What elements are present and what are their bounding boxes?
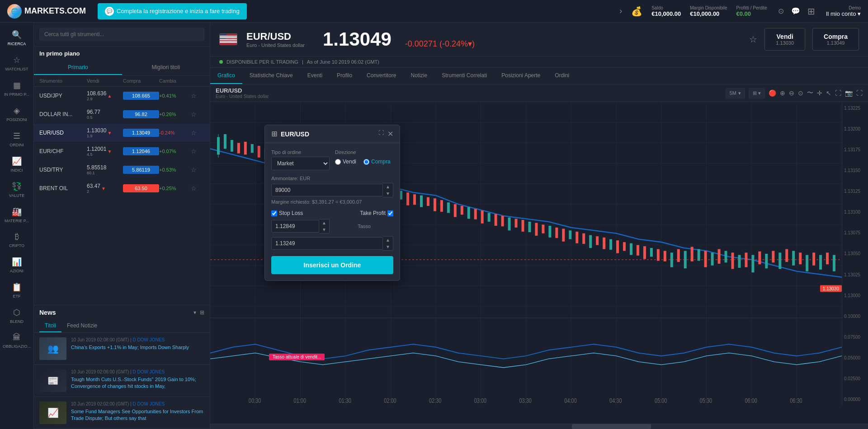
take-profit-input[interactable] — [271, 237, 383, 250]
amount-input[interactable] — [271, 184, 383, 196]
zoom-in-icon[interactable]: ⊕ — [780, 89, 785, 97]
buy-button[interactable]: Compra 1.13049 — [812, 28, 859, 51]
favorite-icon[interactable]: ☆ — [191, 111, 204, 118]
svg-rect-99 — [718, 249, 721, 264]
chart-tab-profilo[interactable]: Profilo — [330, 68, 359, 84]
svg-text:04:00: 04:00 — [564, 397, 576, 404]
tipo-select[interactable]: Market — [271, 157, 330, 170]
bars-icon[interactable]: ⊞ — [807, 6, 815, 17]
sidebar-item-materie[interactable]: 🏭 MATERIE P... — [1, 203, 33, 227]
svg-rect-92 — [670, 252, 673, 267]
news-tab-feed[interactable]: Feed Notizie — [61, 320, 103, 332]
scrollbar-thumb[interactable] — [572, 424, 651, 429]
amount-section: Ammontare: EUR ▲ ▼ Margine richiesto: $3… — [271, 176, 393, 205]
radio-vendi-label[interactable]: Vendi — [335, 159, 356, 165]
indicator-icon[interactable]: 🔴 — [769, 89, 776, 97]
chart-scrollbar[interactable] — [210, 424, 868, 429]
svg-text:04:30: 04:30 — [609, 397, 622, 404]
chart-tab-notizie[interactable]: Notizie — [403, 68, 434, 84]
stop-loss-input[interactable] — [271, 220, 319, 233]
sidebar-item-cripto[interactable]: ₿ CRIPTO — [1, 228, 33, 252]
svg-rect-64 — [481, 210, 484, 223]
search-input[interactable] — [39, 28, 204, 41]
tp-down-button[interactable]: ▼ — [383, 243, 393, 250]
chart-tabs: Grafico Statistiche Chiave Eventi Profil… — [210, 68, 868, 84]
sidebar-item-ordini[interactable]: ☰ ORDINI — [1, 127, 33, 151]
svg-rect-100 — [725, 251, 727, 263]
take-profit-checkbox[interactable] — [387, 210, 393, 216]
camera-icon[interactable]: 📷 — [845, 89, 853, 97]
news-header[interactable]: News ▾ ⊞ — [34, 305, 210, 320]
favorite-icon[interactable]: ☆ — [191, 148, 204, 155]
svg-rect-76 — [562, 228, 565, 241]
chart-tab-strumenti-correlati[interactable]: Strumenti Correlati — [434, 68, 494, 84]
news-tab-titoli[interactable]: Titoli — [39, 320, 61, 332]
insert-order-button[interactable]: Inserisci un Ordine — [271, 256, 393, 274]
modal-close-icon[interactable]: ✕ — [387, 130, 393, 138]
favorite-star-icon[interactable]: ☆ — [749, 34, 757, 45]
news-item[interactable]: 📈 10 Jun 2019 02:02:00 (GMT) | D DOW JON… — [34, 397, 210, 429]
chart-tab-grafico[interactable]: Grafico — [210, 68, 242, 84]
sidebar-item-blend[interactable]: ⬡ BLEND — [1, 304, 33, 327]
svg-rect-63 — [474, 209, 477, 219]
cursor-icon[interactable]: ↖ — [826, 89, 831, 97]
tab-best[interactable]: Migliori titoli — [122, 61, 210, 75]
resize-icon[interactable]: ⛶ — [835, 89, 841, 97]
table-row[interactable]: DOLLAR IN... 96.77 0.5 96.82 +0.26% ☆ — [34, 105, 210, 124]
sl-up-button[interactable]: ▲ — [319, 219, 329, 226]
sidebar-item-azioni[interactable]: 📊 AZIONI — [1, 253, 33, 277]
sidebar-item-watchlist[interactable]: ☆ WATCHLIST — [1, 51, 33, 75]
svg-rect-61 — [461, 206, 463, 214]
svg-rect-54 — [413, 194, 416, 205]
sidebar-item-obbligazioni[interactable]: 🏛 OBBLIGAZIO... — [1, 329, 33, 352]
table-row[interactable]: USD/JPY 108.636 2.9 ▲ 108.665 +0.41% ☆ — [34, 87, 210, 105]
spinner-down-button[interactable]: ▼ — [383, 190, 393, 197]
chart-tab-convertitore[interactable]: Convertitore — [359, 68, 403, 84]
register-button[interactable]: 💬 Completa la registrazione e inizia a f… — [98, 3, 247, 19]
radio-compra-input[interactable] — [363, 159, 369, 165]
chart-tab-posizioni-aperte[interactable]: Posizioni Aperte — [494, 68, 547, 84]
expand-icon[interactable]: › — [619, 6, 622, 16]
demo-account[interactable]: Il mio conto ▾ — [826, 10, 861, 17]
sidebar-item-in-primo-piano[interactable]: ▦ IN PRIMO P... — [1, 77, 33, 100]
favorite-icon[interactable]: ☆ — [191, 92, 204, 99]
favorite-icon[interactable]: ☆ — [191, 185, 204, 192]
favorite-icon[interactable]: ☆ — [191, 166, 204, 173]
stop-loss-checkbox[interactable] — [271, 210, 277, 216]
radio-vendi-input[interactable] — [335, 159, 341, 165]
chart-tab-statistiche[interactable]: Statistiche Chiave — [242, 68, 300, 84]
line-icon[interactable]: 〜 — [807, 89, 813, 97]
table-row[interactable]: USD/TRY 5.85518 60.1 5.86119 +0.53% ☆ — [34, 161, 210, 179]
svg-rect-88 — [643, 246, 646, 259]
sidebar-item-indici[interactable]: 📈 INDICI — [1, 153, 33, 176]
sidebar-item-etf[interactable]: 📋 ETF — [1, 279, 33, 302]
crosshair-icon[interactable]: ✛ — [817, 89, 822, 97]
table-row[interactable]: BRENT OIL 63.47 2 ▼ 63.50 +0.25% ☆ — [34, 179, 210, 198]
sl-down-button[interactable]: ▼ — [319, 226, 329, 233]
table-row[interactable]: EUR/CHF 1.12001 4.5 ▼ 1.12046 +0.07% ☆ — [34, 142, 210, 161]
sidebar-item-posizioni[interactable]: ◈ POSIZIONI — [1, 102, 33, 126]
favorite-icon[interactable]: ☆ — [191, 129, 204, 136]
radio-compra-label[interactable]: Compra — [363, 159, 391, 165]
fullscreen-icon[interactable]: ⛶ — [856, 89, 863, 97]
spinner-up-button[interactable]: ▲ — [383, 183, 393, 190]
sidebar-item-valute[interactable]: 💱 VALUTE — [1, 178, 33, 201]
settings-chart-icon[interactable]: ⊙ — [798, 89, 803, 97]
sidebar-item-ricerca[interactable]: 🔍 RICERCA — [1, 26, 33, 50]
chart-type-button[interactable]: ⊞ ▾ — [749, 88, 765, 98]
news-item[interactable]: 📰 10 Jun 2019 02:06:00 (GMT) | D DOW JON… — [34, 365, 210, 397]
tab-primary[interactable]: Primario — [34, 61, 122, 75]
sell-button[interactable]: Vendi 1.13030 — [764, 28, 805, 51]
modal-expand-icon[interactable]: ⛶ — [378, 130, 384, 138]
sl-tp-section: Stop Loss Take Profit ▲ — [271, 210, 393, 251]
chart-tab-ordini[interactable]: Ordini — [547, 68, 576, 84]
zoom-out-icon[interactable]: ⊖ — [789, 89, 794, 97]
tp-up-button[interactable]: ▲ — [383, 237, 393, 243]
news-item[interactable]: 👥 10 Jun 2019 02:08:00 (GMT) | D DOW JON… — [34, 333, 210, 365]
chat-icon[interactable]: 💬 — [791, 7, 800, 15]
chart-tab-eventi[interactable]: Eventi — [300, 68, 330, 84]
settings-icon[interactable]: ⊙ — [778, 7, 784, 15]
table-row[interactable]: EUR/USD 1.13030 1.9 ▼ 1.13049 -0.24% ☆ — [34, 124, 210, 142]
topbar-right: › 💰 Saldo €10,000.00 Margin Disponibile … — [619, 5, 861, 17]
timeframe-selector[interactable]: 5M ▾ — [726, 88, 745, 98]
